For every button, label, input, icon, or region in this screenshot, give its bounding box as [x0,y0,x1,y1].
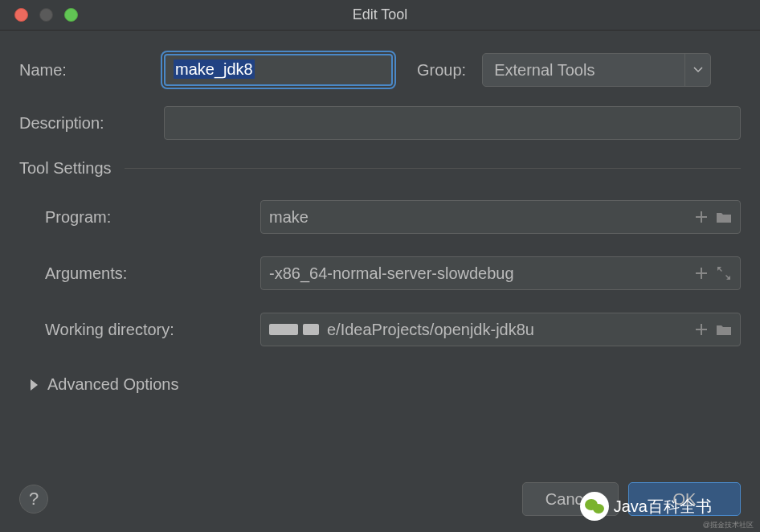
dialog-footer: ? Cancel OK [19,482,741,516]
minimize-window-button[interactable] [39,8,53,22]
window-title: Edit Tool [353,6,408,23]
close-window-button[interactable] [14,8,28,22]
workdir-input-wrap: e/IdeaProjects/openjdk-jdk8u [260,313,741,346]
titlebar: Edit Tool [0,0,760,31]
workdir-row: Working directory: e/IdeaProjects/openjd… [45,313,741,346]
tool-settings-header: Tool Settings [19,159,741,178]
folder-icon[interactable] [714,320,733,339]
tool-settings-body: Program: Arguments: [19,200,741,346]
workdir-label: Working directory: [45,321,260,339]
plus-icon[interactable] [692,320,711,339]
name-row: Name: make_jdk8 Group: External Tools [19,53,741,87]
description-label: Description: [19,114,164,133]
arguments-input-wrap [260,256,741,290]
footer-buttons: Cancel OK [522,482,741,516]
program-input-wrap [260,200,741,234]
name-input[interactable]: make_jdk8 [164,54,393,86]
description-input[interactable] [164,106,741,140]
description-row: Description: [19,106,741,140]
watermark-sub: @掘金技术社区 [703,520,754,530]
arguments-row: Arguments: [45,256,741,290]
advanced-options-toggle[interactable]: Advanced Options [31,375,741,394]
group-section: Group: External Tools [417,53,711,87]
traffic-lights [0,8,78,22]
program-input[interactable] [261,203,688,231]
name-label: Name: [19,61,164,80]
section-divider [125,168,741,169]
dialog-content: Name: make_jdk8 Group: External Tools De… [0,31,760,410]
ok-button[interactable]: OK [628,482,741,516]
group-label: Group: [417,61,466,80]
redacted-segment [269,324,319,335]
help-button[interactable]: ? [19,485,48,514]
zoom-window-button[interactable] [64,8,78,22]
workdir-value: e/IdeaProjects/openjdk-jdk8u [327,321,534,339]
caret-right-icon [31,379,38,391]
advanced-options-label: Advanced Options [47,375,178,394]
tool-settings-title: Tool Settings [19,159,112,178]
group-dropdown-value: External Tools [494,61,595,80]
chevron-down-icon [684,53,710,87]
program-row: Program: [45,200,741,234]
arguments-input[interactable] [261,260,688,288]
plus-icon[interactable] [692,207,711,227]
expand-icon[interactable] [714,264,733,283]
folder-icon[interactable] [714,207,733,227]
workdir-input[interactable]: e/IdeaProjects/openjdk-jdk8u [261,316,688,344]
plus-icon[interactable] [692,264,711,283]
program-label: Program: [45,208,260,227]
cancel-button[interactable]: Cancel [522,482,619,516]
arguments-label: Arguments: [45,264,260,283]
group-dropdown[interactable]: External Tools [482,53,711,87]
name-input-value: make_jdk8 [174,59,255,79]
